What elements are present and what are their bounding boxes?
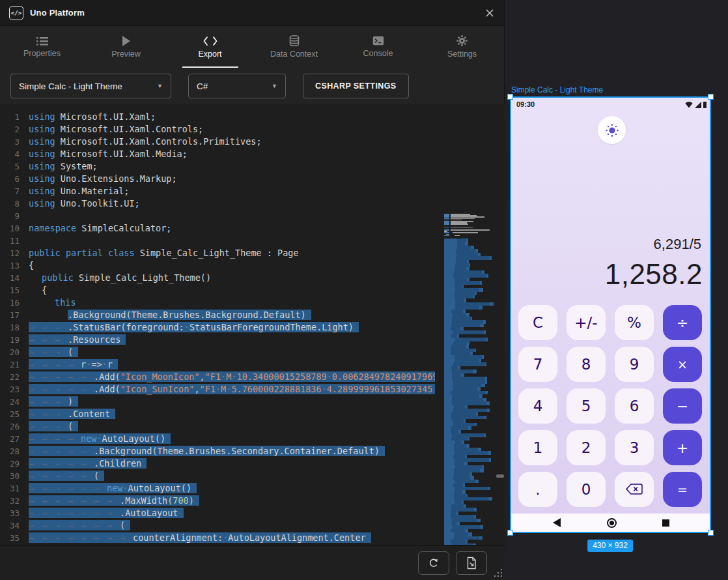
line-number: 12 [0,247,29,259]
language-dropdown[interactable]: C# ▼ [188,74,286,98]
gear-icon [456,35,468,46]
key-plus[interactable]: + [663,430,702,465]
line-number: 29 [0,457,29,470]
tab-properties[interactable]: Properties [0,26,84,68]
close-icon[interactable] [483,7,496,20]
resize-grip[interactable] [501,575,502,577]
export-file-button[interactable] [456,551,487,575]
selection-handle[interactable] [708,530,714,536]
backspace-icon [626,481,643,498]
line-text: public partial class Simple_Calc_Light_T… [29,247,435,259]
code-editor[interactable]: 1using Microsoft.UI.Xaml;2using Microsof… [0,104,505,545]
line-number: 19 [0,334,29,346]
line-text: →→→) [29,396,435,408]
line-text: →→→→→.Add("Icon_MoonIcon","F1·M·10.34000… [29,371,435,383]
code-line-19: 19→→→.Resources [0,334,505,346]
key-5[interactable]: 5 [567,388,606,424]
key-C[interactable]: C [518,305,557,340]
line-number: 33 [0,507,29,519]
figma-canvas[interactable]: Simple Calc - Light Theme 09:30 [505,0,728,580]
code-line-35: 35→→→→→→→→counterAlignment:·AutoLayoutAl… [0,532,505,544]
tab-export[interactable]: Export [168,26,252,68]
code-line-9: 9 [0,210,505,222]
line-number: 31 [0,482,29,495]
line-number: 34 [0,519,29,532]
chevron-down-icon: ▼ [272,83,277,89]
nav-recents-icon[interactable] [662,519,669,527]
key-minus[interactable]: − [663,388,702,424]
status-bar-icons [685,102,707,108]
line-text: using Uno.Material; [29,185,435,197]
code-line-6: 6using Uno.Extensions.Markup; [0,173,505,185]
tab-console[interactable]: Console [336,26,420,68]
line-text: →→→→→→→.AutoLayout [29,507,435,519]
key-1[interactable]: 1 [518,430,557,465]
key-7[interactable]: 7 [518,347,557,382]
key-4[interactable]: 4 [518,388,557,424]
panel-footer [0,545,505,580]
backspace-key[interactable] [615,472,654,507]
editor-scrollbar-thumb[interactable] [496,474,504,478]
line-number: 15 [0,284,29,297]
line-text: →→→( [29,346,435,358]
selection-handle[interactable] [507,94,513,100]
line-text: →→→.Resources [29,334,435,346]
calc-result: 1,258.2 [605,258,703,291]
key-multiply[interactable]: × [663,347,702,382]
code-line-32: 32→→→→→→→.MaxWidth(700) [0,495,505,507]
line-text: →→→→→.Background(Theme.Brushes.Secondary… [29,445,435,457]
code-line-27: 27→→→→new·AutoLayout() [0,433,505,445]
key-8[interactable]: 8 [567,347,606,382]
play-icon [122,36,131,46]
code-line-11: 11 [0,235,505,247]
tab-label: Preview [111,50,140,59]
key-divide[interactable]: ÷ [663,305,702,340]
line-number: 17 [0,309,29,321]
key-9[interactable]: 9 [615,347,654,382]
line-number: 16 [0,297,29,309]
key-2[interactable]: 2 [567,430,606,465]
code-line-2: 2using Microsoft.UI.Xaml.Controls; [0,123,505,136]
phone-frame[interactable]: 09:30 6,291/5 1, [510,96,711,533]
theme-toggle-button[interactable] [598,116,626,144]
line-number: 30 [0,470,29,482]
frame-label[interactable]: Simple Calc - Light Theme [511,85,603,94]
line-text: using Microsoft.UI.Xaml; [29,111,435,123]
key-0[interactable]: 0 [567,472,606,507]
component-dropdown[interactable]: Simple Calc - Light Theme ▼ [10,74,171,98]
line-number: 5 [0,160,29,173]
line-number: 2 [0,123,29,136]
tab-settings[interactable]: Settings [420,26,504,68]
chevron-down-icon: ▼ [157,83,163,89]
csharp-settings-button[interactable]: CSHARP SETTINGS [303,74,409,98]
selection-handle[interactable] [507,530,513,536]
database-icon [289,35,300,46]
line-text: .Background(Theme.Brushes.Background.Def… [29,309,435,321]
key-equals[interactable]: = [663,472,702,507]
code-line-12: 12public partial class Simple_Calc_Light… [0,247,505,259]
tab-preview[interactable]: Preview [84,26,168,68]
minimap-selection [444,239,494,545]
line-number: 27 [0,433,29,445]
line-text: →→→( [29,420,435,433]
line-number: 25 [0,408,29,420]
tab-data-context[interactable]: Data Context [252,26,336,68]
refresh-button[interactable] [418,551,449,575]
key-6[interactable]: 6 [615,388,654,424]
uno-logo-icon: </> [9,6,23,20]
key-3[interactable]: 3 [615,430,654,465]
key-plusminus[interactable]: +/- [567,305,606,340]
tab-label: Settings [447,50,477,59]
line-number: 32 [0,495,29,507]
line-number: 18 [0,321,29,334]
selection-handle[interactable] [708,94,714,100]
window-header: </> Uno Platform [0,0,504,26]
nav-back-icon[interactable] [553,518,561,527]
line-text: →→→→r·=>·r [29,358,435,371]
editor-minimap[interactable] [444,214,494,545]
line-text: →→→→new·AutoLayout() [29,433,435,445]
key-dot[interactable]: . [518,472,557,507]
key-percent[interactable]: % [615,305,654,340]
android-nav-bar [511,514,710,532]
nav-home-icon[interactable] [607,518,617,528]
